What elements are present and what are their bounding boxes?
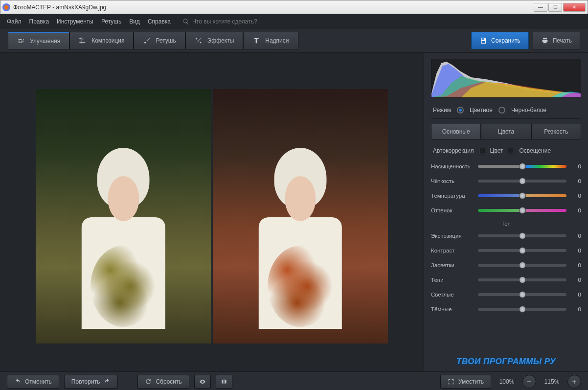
search-icon — [182, 18, 189, 25]
photo-after — [213, 89, 388, 344]
plus-icon — [571, 378, 578, 385]
tab-retouch[interactable]: Ретушь — [134, 32, 185, 49]
zoom-base: 100% — [496, 378, 518, 385]
tab-label: Надписи — [265, 37, 289, 44]
mode-bw-label[interactable]: Черно-белое — [511, 107, 546, 114]
menu-edit[interactable]: Правка — [29, 18, 49, 25]
text-icon — [252, 37, 260, 45]
slider-saturation[interactable]: Насыщенность 0 — [431, 159, 581, 174]
slider-thumb[interactable] — [519, 276, 526, 283]
slider-thumb[interactable] — [519, 232, 526, 239]
radio-color[interactable] — [457, 107, 464, 114]
compare-icon — [221, 378, 227, 385]
reset-button[interactable]: Сбросить — [137, 375, 189, 389]
slider-thumb[interactable] — [519, 306, 526, 313]
slider-whites[interactable]: Светлые 0 — [431, 287, 581, 302]
mode-label: Режим — [433, 107, 451, 114]
slider-shadows[interactable]: Тени 0 — [431, 273, 581, 287]
menu-view[interactable]: Вид — [129, 18, 140, 25]
checkbox-light[interactable] — [508, 148, 514, 154]
autocorrect-label: Автокоррекция — [433, 147, 474, 154]
minus-icon — [526, 378, 533, 385]
checkbox-light-label[interactable]: Освещение — [519, 147, 551, 154]
crop-icon — [79, 37, 87, 45]
slider-thumb[interactable] — [519, 207, 526, 214]
reset-icon — [145, 378, 152, 385]
menubar: Файл Правка Инструменты Ретушь Вид Справ… — [0, 14, 588, 29]
slider-thumb[interactable] — [519, 192, 526, 199]
save-icon — [479, 37, 487, 45]
mode-color-label[interactable]: Цветное — [470, 107, 493, 114]
redo-icon — [104, 378, 111, 385]
minimize-button[interactable]: — — [534, 3, 547, 12]
maximize-button[interactable]: ☐ — [548, 3, 562, 12]
window-title: ФотоМАСТЕР - amNskXA9gDw.jpg — [13, 4, 534, 11]
save-button[interactable]: Сохранить — [471, 32, 529, 49]
app-icon — [2, 3, 10, 11]
tab-effects[interactable]: Эффекты — [185, 32, 244, 49]
controls: Автокоррекция Цвет Освещение Насыщенност… — [431, 139, 581, 317]
undo-icon — [14, 378, 21, 385]
rtab-sharp[interactable]: Резкость — [531, 124, 581, 139]
redo-button[interactable]: Повторить — [64, 375, 118, 389]
watermark: ТВОИ ПРОГРАММЫ РУ — [431, 353, 581, 367]
mode-row: Режим Цветное Черно-белое — [431, 103, 581, 119]
tab-composition[interactable]: Композиция — [69, 32, 134, 49]
tab-text[interactable]: Надписи — [243, 32, 298, 49]
slider-thumb[interactable] — [519, 163, 526, 170]
rtab-basic[interactable]: Основные — [431, 124, 481, 139]
print-icon — [541, 37, 549, 45]
main-area: Режим Цветное Черно-белое Основные Цвета… — [0, 53, 588, 371]
tab-label: Ретушь — [156, 37, 176, 44]
rtab-colors[interactable]: Цвета — [481, 124, 531, 139]
tab-enhance[interactable]: Улучшения — [8, 32, 69, 49]
print-button[interactable]: Печать — [533, 32, 580, 49]
slider-thumb[interactable] — [519, 291, 526, 298]
slider-exposure[interactable]: Экспозиция 0 — [431, 229, 581, 243]
slider-thumb[interactable] — [519, 178, 526, 184]
search-box[interactable]: Что вы хотите сделать? — [182, 18, 257, 25]
slider-thumb[interactable] — [519, 262, 526, 269]
slider-highlights[interactable]: Засветки 0 — [431, 258, 581, 273]
search-placeholder: Что вы хотите сделать? — [192, 18, 257, 25]
slider-tint[interactable]: Оттенок 0 — [431, 203, 581, 218]
checkbox-color[interactable] — [479, 148, 485, 154]
brush-icon — [143, 37, 151, 45]
zoom-current: 115% — [541, 378, 563, 385]
undo-button[interactable]: Отменить — [7, 375, 59, 389]
fit-icon — [448, 378, 454, 385]
print-label: Печать — [553, 37, 572, 44]
zoom-out-button[interactable] — [522, 375, 536, 389]
canvas-area — [0, 53, 424, 371]
checkbox-color-label[interactable]: Цвет — [490, 147, 503, 154]
autocorrect-row: Автокоррекция Цвет Освещение — [431, 144, 581, 159]
slider-clarity[interactable]: Чёткость 0 — [431, 174, 581, 188]
tab-label: Композиция — [91, 37, 124, 44]
radio-bw[interactable] — [498, 107, 505, 114]
eye-icon — [199, 378, 206, 385]
sliders-icon — [17, 37, 25, 45]
bottom-bar: Отменить Повторить Сбросить Уместить 100… — [0, 371, 588, 390]
menu-file[interactable]: Файл — [7, 18, 22, 25]
photo-compare — [36, 89, 388, 344]
compare-button[interactable] — [216, 375, 232, 389]
panel-tabs: Основные Цвета Резкость — [431, 124, 581, 139]
eye-button[interactable] — [194, 375, 211, 389]
canvas-view[interactable] — [0, 53, 424, 371]
zoom-in-button[interactable] — [567, 375, 581, 389]
menu-retouch[interactable]: Ретушь — [101, 18, 121, 25]
slider-blacks[interactable]: Тёмные 0 — [431, 302, 581, 317]
tab-label: Эффекты — [207, 37, 234, 44]
fit-button[interactable]: Уместить — [440, 375, 491, 389]
menu-help[interactable]: Справка — [148, 18, 171, 25]
slider-contrast[interactable]: Контраст 0 — [431, 243, 581, 258]
titlebar: ФотоМАСТЕР - amNskXA9gDw.jpg — ☐ ✕ — [0, 0, 588, 14]
toolbar: Улучшения Композиция Ретушь Эффекты Надп… — [0, 29, 588, 53]
slider-temperature[interactable]: Температура 0 — [431, 188, 581, 203]
tab-label: Улучшения — [30, 38, 60, 45]
slider-thumb[interactable] — [519, 247, 526, 254]
histogram[interactable] — [431, 59, 581, 98]
save-label: Сохранить — [491, 37, 520, 44]
close-button[interactable]: ✕ — [563, 3, 586, 12]
menu-tools[interactable]: Инструменты — [57, 18, 93, 25]
